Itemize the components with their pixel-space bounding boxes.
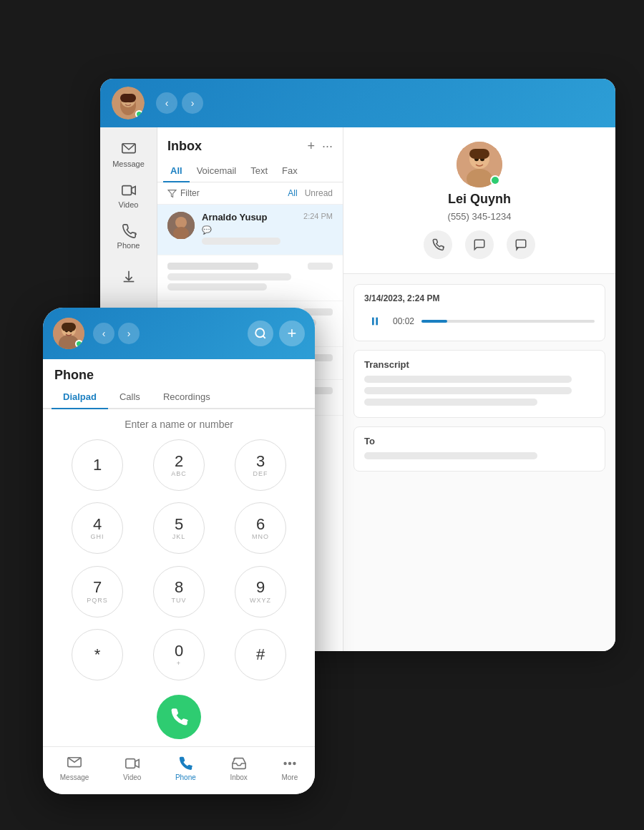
item-time: 2:24 PM <box>303 212 333 220</box>
phone-icon <box>121 223 137 239</box>
item-content: Arnaldo Yusup 2:24 PM 💬 <box>202 212 333 248</box>
phone-input-row <box>43 409 315 439</box>
footer-inbox[interactable]: Inbox <box>224 753 253 784</box>
footer-message[interactable]: Message <box>54 753 95 784</box>
svg-marker-32 <box>135 760 139 768</box>
dialpad-key-9[interactable]: 9WXYZ <box>235 566 286 617</box>
svg-point-11 <box>175 217 187 228</box>
dialpad-key-#[interactable]: # <box>235 629 286 680</box>
dialpad-key-1[interactable]: 1 <box>72 439 123 491</box>
sidebar-message-label: Message <box>112 160 145 168</box>
svg-point-35 <box>293 763 296 765</box>
dialpad-key-6[interactable]: 6MNO <box>235 502 286 554</box>
pause-button[interactable] <box>364 311 386 332</box>
call-button[interactable] <box>424 230 452 259</box>
dialpad-key-*[interactable]: * <box>72 629 123 680</box>
dialpad-key-3[interactable]: 3DEF <box>235 439 286 491</box>
tab-all[interactable]: All <box>163 160 190 182</box>
footer-inbox-label: Inbox <box>230 773 247 781</box>
dialpad-key-4[interactable]: 4GHI <box>72 502 123 554</box>
call-button[interactable] <box>157 695 201 739</box>
footer-phone-label: Phone <box>175 773 196 781</box>
dialpad-key-7[interactable]: 7PQRS <box>72 566 123 617</box>
filter-all[interactable]: All <box>288 188 297 198</box>
video-icon <box>121 182 137 198</box>
online-indicator <box>490 175 500 185</box>
phone-footer: Message Video Phone Inbox <box>43 746 315 794</box>
to-section: To <box>353 426 605 472</box>
search-icon <box>254 327 267 340</box>
footer-phone[interactable]: Phone <box>170 753 202 784</box>
dialpad-key-0[interactable]: 0+ <box>153 629 205 680</box>
inbox-tabs: All Voicemail Text Fax <box>157 160 343 182</box>
video-icon <box>125 756 140 771</box>
svg-marker-9 <box>168 190 176 197</box>
audio-progress-fill <box>421 320 447 323</box>
dialpad-input[interactable] <box>54 419 303 430</box>
svg-point-34 <box>288 763 291 765</box>
phone-icon <box>177 756 193 771</box>
message-icon <box>121 142 137 157</box>
avatar <box>112 87 145 119</box>
nav-arrows: ‹ › <box>156 92 203 114</box>
recording-section: 3/14/2023, 2:24 PM 00:02 <box>353 284 605 341</box>
nav-arrows: ‹ › <box>93 323 140 344</box>
sidebar-item-message[interactable]: Message <box>104 136 153 174</box>
filter-unread[interactable]: Unread <box>305 188 333 198</box>
audio-progress-bar[interactable] <box>421 320 595 323</box>
footer-more[interactable]: More <box>275 753 303 784</box>
nav-back-button[interactable]: ‹ <box>156 92 177 114</box>
tab-text[interactable]: Text <box>243 160 275 182</box>
tab-fax[interactable]: Fax <box>275 160 305 182</box>
dialpad-key-8[interactable]: 8TUV <box>153 566 205 617</box>
svg-rect-20 <box>372 318 374 326</box>
comment-icon <box>514 238 527 251</box>
phone-app: ‹ › + Phone Dialpad Calls Recordings <box>43 308 315 794</box>
avatar <box>53 318 84 349</box>
nav-back-button[interactable]: ‹ <box>93 323 114 344</box>
list-item[interactable] <box>157 255 343 301</box>
svg-point-33 <box>284 763 286 765</box>
preview-bar <box>202 238 280 245</box>
dialpad: 12ABC3DEF4GHI5JKL6MNO7PQRS8TUV9WXYZ*0+# <box>43 439 315 685</box>
recording-date: 3/14/2023, 2:24 PM <box>364 293 595 303</box>
chat-icon <box>473 238 486 251</box>
dialpad-key-5[interactable]: 5JKL <box>153 502 205 554</box>
online-indicator <box>75 340 83 348</box>
phone-icon <box>169 707 189 727</box>
sidebar-item-phone[interactable]: Phone <box>104 218 153 255</box>
chat-button[interactable] <box>465 230 494 259</box>
sidebar-item-video[interactable]: Video <box>104 177 153 215</box>
nav-forward-button[interactable]: › <box>118 323 140 344</box>
inbox-header: Inbox + ··· <box>157 127 343 160</box>
svg-rect-21 <box>376 318 378 326</box>
tab-voicemail[interactable]: Voicemail <box>190 160 244 182</box>
tab-calls[interactable]: Calls <box>108 386 152 408</box>
online-indicator <box>135 110 143 118</box>
dialpad-key-2[interactable]: 2ABC <box>153 439 205 491</box>
more-button[interactable]: ··· <box>322 139 333 154</box>
tab-dialpad[interactable]: Dialpad <box>52 386 108 409</box>
search-button[interactable] <box>248 321 273 346</box>
svg-rect-7 <box>122 186 131 195</box>
filter-label[interactable]: Filter <box>180 188 200 198</box>
phone-header: ‹ › + <box>43 308 315 359</box>
sidebar-item-more[interactable] <box>104 264 153 291</box>
inbox-icon <box>231 756 247 771</box>
add-button[interactable]: + <box>279 321 305 346</box>
contact-name: Lei Quynh <box>448 192 511 207</box>
list-item[interactable]: Arnaldo Yusup 2:24 PM 💬 <box>157 205 343 255</box>
transcript-label: Transcript <box>364 359 595 370</box>
svg-rect-18 <box>469 149 489 159</box>
contact-phone: (555) 345-1234 <box>448 211 512 222</box>
comment-button[interactable] <box>507 230 535 259</box>
filter-icon <box>167 189 177 198</box>
audio-time: 00:02 <box>393 316 414 326</box>
tab-recordings[interactable]: Recordings <box>152 386 222 408</box>
contact-header: Lei Quynh (555) 345-1234 <box>343 127 615 274</box>
add-button[interactable]: + <box>307 139 315 154</box>
svg-rect-19 <box>516 240 526 248</box>
avatar <box>167 212 195 239</box>
footer-video[interactable]: Video <box>117 753 147 784</box>
nav-forward-button[interactable]: › <box>182 92 203 114</box>
